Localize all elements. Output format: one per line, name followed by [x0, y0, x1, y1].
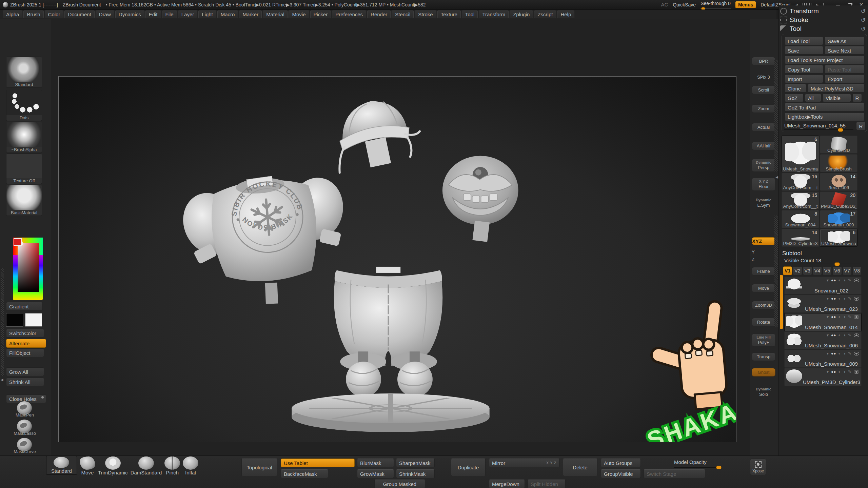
transform-palette-header[interactable]: Transform ↺: [780, 7, 866, 15]
split-hidden-button[interactable]: Split Hidden: [528, 480, 566, 488]
tool-thumbnail[interactable]: 20 PM3D_Cube3D2_: [820, 191, 857, 209]
fillobject-button[interactable]: FillObject: [6, 348, 44, 357]
stroke-palette-header[interactable]: Stroke ↺: [780, 16, 866, 24]
menu-item[interactable]: Document: [64, 11, 94, 18]
save-as-button[interactable]: Save As: [825, 37, 865, 45]
blurmask-button[interactable]: BlurMask: [357, 459, 394, 467]
tool-thumbnail[interactable]: 14 Лена_009: [820, 173, 857, 191]
visibility-eye-icon[interactable]: [854, 279, 859, 282]
paste-tool-button[interactable]: Paste Tool: [825, 65, 865, 74]
viewport-button[interactable]: Actual: [752, 123, 775, 131]
menus-button[interactable]: Menus: [735, 1, 756, 8]
tool-r-button[interactable]: R: [856, 122, 866, 130]
viewport-button[interactable]: X Y Z Floor: [752, 178, 775, 191]
subtool-row[interactable]: ▾ ●● ◐ ◑ ✎ UMesh_Snowman_009: [784, 350, 862, 368]
maskcurve-brush[interactable]: MaskCurve: [7, 438, 42, 453]
quick-brush[interactable]: Pinch: [164, 456, 180, 475]
right-tray-scrollbar[interactable]: [774, 60, 778, 171]
load-tools-from-project-button[interactable]: Load Tools From Project: [785, 56, 865, 64]
groupvisible-button[interactable]: GroupVisible: [601, 469, 641, 478]
visibility-eye-icon[interactable]: [854, 297, 859, 301]
subtool-row-icons[interactable]: ▾ ●● ◐ ◑ ✎: [827, 278, 859, 283]
maskpen-brush[interactable]: MaskPen: [7, 401, 42, 417]
auto-groups-button[interactable]: Auto Groups: [601, 459, 641, 467]
menu-item[interactable]: Zscript: [534, 11, 556, 18]
transform-reset-icon[interactable]: ↺: [861, 8, 866, 15]
viewport-button[interactable]: Y: [752, 249, 775, 255]
delete-button[interactable]: Delete: [563, 459, 597, 476]
menu-item[interactable]: Texture: [437, 11, 461, 18]
right-tray-scrollbar-lower[interactable]: [774, 216, 778, 327]
shrink-all-button[interactable]: Shrink All: [6, 378, 44, 386]
topological-button[interactable]: Topological: [241, 459, 277, 476]
subtool-row-icons[interactable]: ▾ ●● ◐ ◑ ✎: [827, 314, 859, 319]
viewport-button[interactable]: [752, 212, 775, 215]
sweater-mesh[interactable]: SIBIR HOCKEY CLUB NOVOSIBIRSK: [172, 169, 357, 312]
tool-thumbnail[interactable]: 14 PM3D_Cylinder3: [782, 229, 819, 247]
tool-thumbnail[interactable]: 8 Snowman_004: [782, 210, 819, 228]
visibility-eye-icon[interactable]: [854, 333, 859, 337]
tool-thumbnail[interactable]: 6 UMesh_Snowma: [782, 136, 819, 172]
tool-thumbnail[interactable]: 17 Snowman_009: [820, 210, 857, 228]
menu-item[interactable]: Marker: [239, 11, 262, 18]
shrinkmask-button[interactable]: ShrinkMask: [396, 469, 435, 478]
quick-brush[interactable]: Standard: [46, 456, 77, 475]
viewport-button[interactable]: BPR: [752, 57, 775, 65]
brush-picker[interactable]: Standard: [6, 57, 42, 88]
subtool-row-icons[interactable]: ▾ ●● ◐ ◑ ✎: [827, 333, 859, 338]
mirror-axes-label[interactable]: X Y Z: [546, 461, 556, 465]
menu-item[interactable]: Layer: [178, 11, 198, 18]
saturation-value-square[interactable]: [18, 243, 39, 292]
viewport-button[interactable]: Zoom3D: [752, 301, 775, 309]
visibility-eye-icon[interactable]: [854, 370, 859, 374]
tool-thumbnail[interactable]: 6 UMesh_Snowma: [820, 229, 857, 247]
switch-stage-button[interactable]: Switch Stage: [644, 469, 705, 478]
goz-to-ipad-button[interactable]: GoZ To iPad: [785, 103, 865, 111]
material-picker[interactable]: BasicMaterial: [6, 185, 42, 216]
menu-item[interactable]: Stroke: [415, 11, 436, 18]
duplicate-button[interactable]: Duplicate: [451, 459, 486, 476]
make-polymesh3d-button[interactable]: Make PolyMesh3D: [808, 84, 865, 93]
main-color-swatch[interactable]: [6, 313, 23, 327]
subtool-row[interactable]: ▾ ●● ◐ ◑ ✎ UMesh_Snowman_023: [784, 295, 862, 313]
group-masked-button[interactable]: Group Masked: [374, 480, 425, 488]
viewport-button[interactable]: Move: [752, 284, 775, 292]
subtool-row[interactable]: ▾ ●● ◐ ◑ ✎ UMesh_PM3D_Cylinder3D2_5: [784, 368, 862, 386]
subtool-version-tab[interactable]: V5: [823, 266, 832, 275]
alpha-picker[interactable]: ~BrushAlpha: [6, 122, 42, 153]
goz-all-button[interactable]: All: [805, 94, 821, 102]
viewport-button[interactable]: Line Fill PolyF: [752, 333, 775, 347]
save-button[interactable]: Save: [785, 46, 823, 55]
visibility-eye-icon[interactable]: [854, 352, 859, 355]
subtool-version-tab[interactable]: V8: [852, 266, 862, 275]
viewport-button[interactable]: SPix 3: [752, 73, 775, 81]
clone-button[interactable]: Clone: [785, 84, 806, 93]
growmask-button[interactable]: GrowMask: [357, 469, 394, 478]
grow-all-button[interactable]: Grow All: [6, 367, 44, 376]
subtool-row-icons[interactable]: ▾ ●● ◐ ◑ ✎: [827, 351, 859, 356]
menu-item[interactable]: Alpha: [3, 11, 22, 18]
use-tablet-button[interactable]: Use Tablet: [281, 459, 355, 467]
subtool-version-tab[interactable]: V3: [803, 266, 812, 275]
menu-item[interactable]: Color: [45, 11, 64, 18]
subtool-version-tab[interactable]: V7: [843, 266, 852, 275]
viewport-button[interactable]: Z: [752, 256, 775, 263]
menu-item[interactable]: Help: [557, 11, 574, 18]
menu-item[interactable]: Light: [198, 11, 216, 18]
tool-thumbnail[interactable]: SimpleBrush: [820, 154, 857, 172]
viewport-button[interactable]: Dynamic Solo: [752, 386, 775, 398]
subtool-row-icons[interactable]: ▾ ●● ◐ ◑ ✎: [827, 296, 859, 301]
gradient-button[interactable]: Gradient: [6, 302, 43, 311]
menu-item[interactable]: Material: [263, 11, 288, 18]
base-disc-mesh[interactable]: [292, 393, 489, 432]
lightbox-tools-button[interactable]: Lightbox▶Tools: [785, 113, 865, 121]
subtool-version-tab[interactable]: V2: [793, 266, 802, 275]
save-next-button[interactable]: Save Next: [825, 46, 865, 55]
sharpenmask-button[interactable]: SharpenMask: [396, 459, 435, 467]
tool-thumbnail[interactable]: Cylinder3D: [820, 136, 857, 154]
goz-button[interactable]: GoZ: [785, 94, 804, 102]
subtool-version-tab[interactable]: V4: [813, 266, 822, 275]
menu-item[interactable]: Dynamics: [115, 11, 144, 18]
menu-item[interactable]: Transform: [479, 11, 509, 18]
menu-item[interactable]: Stencil: [392, 11, 414, 18]
